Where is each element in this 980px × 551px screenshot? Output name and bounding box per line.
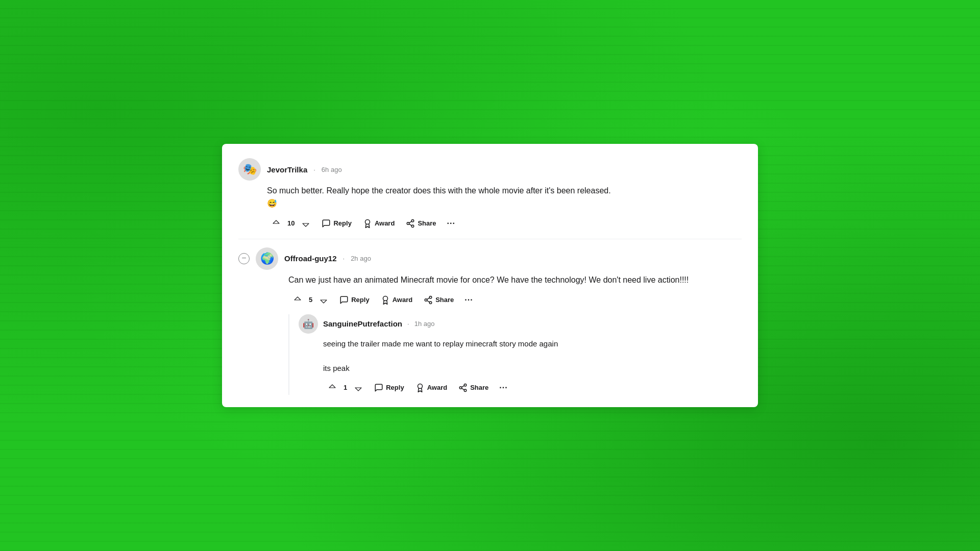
vote-group-jevor: 10: [267, 216, 315, 231]
upvote-icon-offroad: [293, 295, 302, 305]
svg-line-5: [409, 221, 412, 223]
share-icon-sanguine: [458, 383, 468, 392]
more-button-offroad[interactable]: ···: [460, 293, 477, 307]
reply-label-jevor: Reply: [333, 219, 351, 227]
vote-count-offroad: 5: [309, 296, 312, 304]
actions-jevor: 10 Reply Award: [267, 216, 742, 231]
divider-1: [238, 239, 742, 239]
downvote-icon-sanguine: [354, 383, 363, 392]
comment-body-offroad: Can we just have an animated Minecraft m…: [288, 274, 742, 287]
award-label-offroad: Award: [393, 296, 413, 304]
vote-group-offroad: 5: [288, 293, 333, 307]
reply-text-sanguine-1: seeing the trailer made me want to repla…: [323, 339, 558, 348]
downvote-icon-jevor: [301, 219, 310, 228]
timestamp-offroad: 2h ago: [351, 255, 371, 262]
reply-button-sanguine[interactable]: Reply: [370, 381, 408, 395]
comment-header-jevor: 🎭 JevorTrilka · 6h ago: [238, 158, 742, 181]
comment-card: 🎭 JevorTrilka · 6h ago So much better. R…: [222, 144, 758, 407]
award-icon-offroad: [381, 295, 390, 305]
svg-line-4: [409, 224, 412, 226]
reply-label-offroad: Reply: [351, 296, 369, 304]
svg-point-12: [418, 384, 422, 388]
actions-sanguine: 1 Reply: [323, 381, 742, 395]
avatar-sanguine: 🤖: [299, 314, 318, 334]
comment-emoji-jevor: 😅: [267, 199, 277, 208]
avatar-offroad: 🌍: [256, 247, 278, 270]
avatar-jevor: 🎭: [238, 158, 261, 181]
award-label-sanguine: Award: [427, 384, 448, 391]
more-button-jevor[interactable]: ···: [443, 216, 459, 231]
svg-line-16: [462, 388, 464, 390]
svg-line-11: [427, 298, 430, 299]
share-button-sanguine[interactable]: Share: [454, 381, 493, 395]
svg-line-10: [427, 300, 430, 302]
share-button-offroad[interactable]: Share: [419, 293, 458, 307]
reply-icon-jevor: [322, 219, 331, 228]
vote-group-sanguine: 1: [323, 381, 368, 395]
svg-line-17: [462, 386, 464, 387]
share-icon-jevor: [406, 219, 415, 228]
award-label-jevor: Award: [375, 219, 395, 227]
nested-reply-section: 🤖 SanguinePutrefaction · 1h ago seeing t…: [288, 314, 742, 395]
comment-offroad: − 🌍 Offroad-guy12 · 2h ago Can we just h…: [238, 247, 742, 395]
svg-point-6: [383, 296, 387, 300]
reply-button-jevor[interactable]: Reply: [317, 216, 356, 231]
award-button-sanguine[interactable]: Award: [411, 381, 452, 395]
upvote-button-jevor[interactable]: [267, 216, 285, 231]
comment-text-jevor-1: So much better. Really hope the creator …: [267, 186, 611, 195]
comment-text-offroad: Can we just have an animated Minecraft m…: [288, 276, 689, 284]
username-jevor: JevorTrilka: [267, 165, 307, 174]
award-icon-jevor: [363, 219, 372, 228]
timestamp-jevor: 6h ago: [322, 166, 342, 173]
award-button-jevor[interactable]: Award: [358, 216, 400, 231]
reply-body-sanguine: seeing the trailer made me want to repla…: [323, 338, 742, 374]
downvote-button-sanguine[interactable]: [349, 381, 368, 395]
more-button-sanguine[interactable]: ···: [495, 381, 511, 395]
reply-button-offroad[interactable]: Reply: [335, 293, 374, 307]
reply-text-sanguine-2: its peak: [323, 364, 350, 372]
downvote-button-jevor[interactable]: [297, 216, 315, 231]
share-button-jevor[interactable]: Share: [401, 216, 440, 231]
comment-jevor: 🎭 JevorTrilka · 6h ago So much better. R…: [238, 158, 742, 231]
actions-offroad: 5 Reply Award: [288, 293, 742, 307]
share-icon-offroad: [424, 295, 433, 305]
vote-count-sanguine: 1: [344, 384, 347, 391]
upvote-button-sanguine[interactable]: [323, 381, 341, 395]
award-icon-sanguine: [415, 383, 425, 392]
downvote-icon-offroad: [319, 295, 328, 305]
downvote-button-offroad[interactable]: [314, 293, 333, 307]
reply-label-sanguine: Reply: [386, 384, 404, 391]
reply-header-sanguine: 🤖 SanguinePutrefaction · 1h ago: [299, 314, 742, 334]
collapse-button-offroad[interactable]: −: [238, 253, 250, 264]
reply-icon-sanguine: [374, 383, 383, 392]
comment-body-jevor: So much better. Really hope the creator …: [267, 185, 742, 210]
username-offroad: Offroad-guy12: [284, 254, 337, 263]
username-sanguine: SanguinePutrefaction: [323, 319, 402, 328]
svg-point-0: [365, 219, 370, 224]
award-button-offroad[interactable]: Award: [376, 293, 418, 307]
share-label-jevor: Share: [418, 219, 436, 227]
vote-count-jevor: 10: [287, 219, 295, 227]
timestamp-sanguine: 1h ago: [414, 320, 435, 328]
share-label-offroad: Share: [435, 296, 454, 304]
upvote-icon-jevor: [272, 219, 281, 228]
share-label-sanguine: Share: [470, 384, 488, 391]
upvote-icon-sanguine: [328, 383, 337, 392]
reply-icon-offroad: [339, 295, 349, 305]
upvote-button-offroad[interactable]: [288, 293, 307, 307]
